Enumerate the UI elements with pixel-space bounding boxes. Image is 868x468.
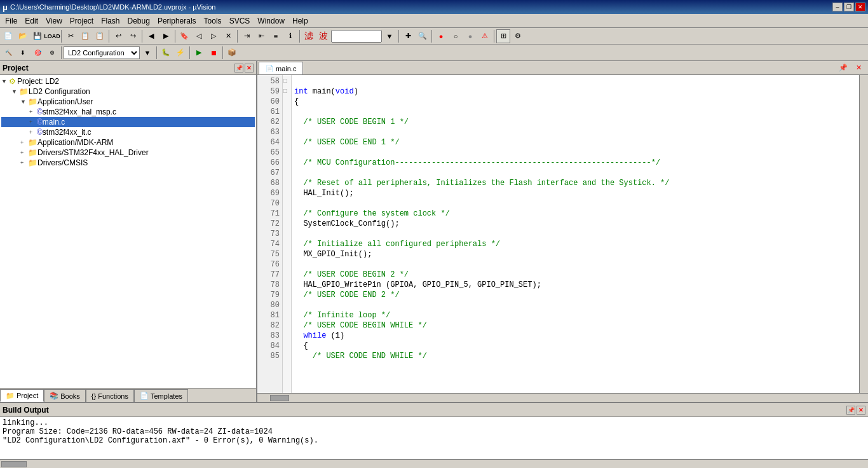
flash-btn[interactable]: ⚡ [173,46,187,60]
editor-scrollbar[interactable] [859,75,868,393]
folder-icon-8: 📁 [28,158,37,167]
code-area: 5859606162636465666768697071727374757677… [257,75,868,393]
menu-item-flash[interactable]: Flash [97,15,123,27]
h-scrollbar[interactable] [257,393,868,402]
menu-item-file[interactable]: File [1,15,21,27]
project-close-button[interactable]: ✕ [245,64,254,72]
tab-pin-button[interactable]: 📌 [836,61,850,74]
zoom-button[interactable]: 🔍 [416,29,430,43]
clear-bookmark-button[interactable]: ✕ [221,29,235,43]
project-tree: ▼ ⚙ Project: LD2 ▼ 📁 LD2 Configuration ▼… [0,75,256,388]
run-btn[interactable]: ▶ [192,46,206,60]
expand-icon-6: + [20,139,28,146]
tree-label-6: Application/MDK-ARM [37,138,113,147]
error-button[interactable]: ⚠ [478,29,492,43]
build-pin-button[interactable]: 📌 [846,406,855,415]
unindent-button[interactable]: ⇤ [254,29,268,43]
options-btn[interactable]: ⚙ [45,46,59,60]
prev-bookmark-button[interactable]: ◁ [192,29,206,43]
tsep2 [156,46,157,59]
stop-button[interactable]: ● [463,29,477,43]
target-btn[interactable]: 🎯 [31,46,44,60]
search-dropdown[interactable]: ▼ [383,29,397,43]
line-numbers: 5859606162636465666768697071727374757677… [257,75,283,393]
toggle-button[interactable]: ≡ [269,29,283,43]
undo-button[interactable]: ↩ [111,29,125,43]
tree-item-hal-driver[interactable]: + 📁 Drivers/STM32F4xx_HAL_Driver [1,148,255,158]
menu-item-edit[interactable]: Edit [21,15,42,27]
folder-icon-6: 📁 [28,138,37,147]
tab-functions[interactable]: {} Functions [86,389,134,402]
tree-item-hal-msp[interactable]: + © stm32f4xx_hal_msp.c [1,107,255,117]
window-title: C:\Users\Charming\Desktop\LD2\MDK-ARM\LD… [10,3,215,11]
tab-project-icon: 📁 [6,392,15,400]
code-content[interactable]: int main(void){ /* USER CODE BEGIN 1 */ … [292,75,859,393]
find2-button[interactable]: 波 [316,29,330,43]
tab-books[interactable]: 📚 Books [44,389,86,402]
back-button[interactable]: ◀ [144,29,158,43]
cut-button[interactable]: ✂ [64,29,78,43]
tree-item-project-ld2[interactable]: ▼ ⚙ Project: LD2 [1,76,255,86]
tree-item-it-c[interactable]: + © stm32f4xx_it.c [1,127,255,137]
editor-tab-label: main.c [276,65,296,72]
menu-item-project[interactable]: Project [66,15,97,27]
load-btn[interactable]: ⬇ [16,46,30,60]
record-button[interactable]: ● [434,29,448,43]
tree-item-app-user[interactable]: ▼ 📁 Application/User [1,97,255,107]
expand-icon-1: ▼ [11,88,19,95]
target-next-btn[interactable]: ▼ [140,46,154,60]
toolbar2: 🔨 ⬇ 🎯 ⚙ LD2 Configuration ▼ 🐛 ⚡ ▶ ⏹ 📦 [0,45,868,61]
sep2 [109,30,109,43]
copy-button[interactable]: 📋 [78,29,92,43]
build-close-button[interactable]: ✕ [857,406,865,415]
build-h-scrollbar[interactable] [0,459,868,468]
app-icon: μ [3,3,8,12]
menu-item-debug[interactable]: Debug [124,15,154,27]
forward-button[interactable]: ▶ [159,29,173,43]
stop-run-btn[interactable]: ⏹ [207,46,220,60]
project-pin-button[interactable]: 📌 [234,64,243,72]
debug-btn[interactable]: 🐛 [159,46,173,60]
menu-item-svcs[interactable]: SVCS [226,15,254,27]
package-btn[interactable]: 📦 [225,46,239,60]
menu-item-view[interactable]: View [42,15,66,27]
expand-icon-5: + [29,129,37,135]
tree-item-main-c[interactable]: + © main.c [1,117,255,127]
filter-input[interactable] [331,30,382,43]
paste-button[interactable]: 📋 [93,29,107,43]
close-button[interactable]: ✕ [855,3,865,11]
settings-button[interactable]: ⚙ [511,29,525,43]
menu-item-peripherals[interactable]: Peripherals [154,15,200,27]
grid-view-button[interactable]: ⊞ [496,29,510,43]
info-button[interactable]: ℹ [283,29,297,43]
save-all-button[interactable]: LOAD [45,29,59,43]
project-panel-header: Project 📌 ✕ [0,61,256,75]
add-button[interactable]: ✚ [401,29,415,43]
new-button[interactable]: 📄 [1,29,15,43]
circle-button[interactable]: ○ [449,29,463,43]
tree-item-mdk-arm[interactable]: + 📁 Application/MDK-ARM [1,137,255,148]
bookmark-button[interactable]: 🔖 [177,29,191,43]
tree-item-cmsis[interactable]: + 📁 Drivers/CMSIS [1,158,255,168]
tab-templates[interactable]: 📄 Templates [134,389,188,402]
target-dropdown[interactable]: LD2 Configuration [64,46,140,59]
build-output-panel: Build Output 📌 ✕ linking...Program Size:… [0,402,868,468]
build-btn[interactable]: 🔨 [1,46,15,60]
indent-button[interactable]: ⇥ [240,29,254,43]
c-file-icon-5: © [37,128,43,137]
menu-item-window[interactable]: Window [254,15,288,27]
restore-button[interactable]: ❐ [844,3,854,11]
save-button[interactable]: 💾 [31,29,44,43]
find-button[interactable]: 滤 [302,29,316,43]
tab-close-button[interactable]: ✕ [851,61,865,74]
next-bookmark-button[interactable]: ▷ [207,29,220,43]
editor-tab-main-c[interactable]: 📄 main.c [259,62,303,74]
tree-item-ld2-config[interactable]: ▼ 📁 LD2 Configuration [1,86,255,97]
tsep3 [189,46,190,59]
menu-item-tools[interactable]: Tools [200,15,226,27]
open-button[interactable]: 📂 [16,29,30,43]
tab-project[interactable]: 📁 Project [0,389,44,402]
minimize-button[interactable]: – [832,3,843,11]
redo-button[interactable]: ↪ [126,29,140,43]
menu-item-help[interactable]: Help [288,15,312,27]
